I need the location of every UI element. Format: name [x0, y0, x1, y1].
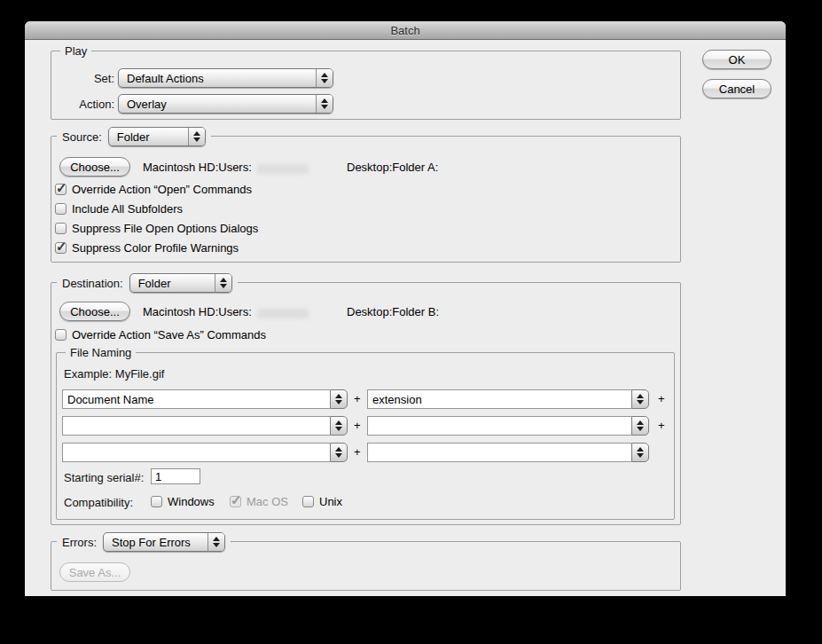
naming-field-value[interactable]: [62, 443, 330, 462]
batch-dialog: Batch OK Cancel Play Set: Default Action…: [25, 21, 786, 596]
checkbox-box: [230, 496, 241, 507]
popup-stepper-icon: [316, 95, 333, 113]
destination-popup[interactable]: Folder: [129, 273, 232, 293]
compat-macos-checkbox: Mac OS: [230, 494, 288, 508]
errors-popup-value: Stop For Errors: [104, 536, 207, 549]
plus-sign: +: [354, 392, 361, 405]
compatibility-label: Compatibility:: [64, 496, 133, 509]
checkbox-label: Suppress Color Profile Warnings: [72, 241, 239, 255]
cancel-button[interactable]: Cancel: [702, 79, 771, 98]
save-as-label: Save As...: [69, 566, 121, 579]
action-popup[interactable]: Overlay: [118, 94, 333, 114]
serial-label: Starting serial#:: [64, 471, 144, 484]
redacted-username: [257, 164, 309, 174]
destination-path-suffix: Desktop:Folder B:: [347, 305, 439, 318]
plus-sign: +: [354, 445, 361, 459]
checkbox-label: Override Action “Open” Commands: [72, 183, 252, 196]
naming-field-6[interactable]: [367, 443, 649, 462]
source-choose-label: Choose...: [70, 161, 120, 174]
override-saveas-checkbox[interactable]: Override Action “Save As” Commands: [55, 327, 266, 342]
combo-stepper-icon[interactable]: [330, 416, 348, 436]
source-popup[interactable]: Folder: [108, 127, 206, 146]
destination-group: Destination: Folder Choose... Macintosh …: [51, 282, 681, 525]
set-popup-value: Default Actions: [119, 72, 316, 85]
action-popup-value: Overlay: [119, 98, 316, 111]
naming-field-value[interactable]: [62, 416, 330, 436]
checkbox-box: [55, 329, 67, 341]
popup-stepper-icon: [207, 533, 224, 551]
naming-field-3[interactable]: [62, 416, 348, 436]
serial-input[interactable]: [151, 468, 200, 484]
play-group: Play Set: Default Actions Action: Overla…: [51, 51, 681, 120]
combo-stepper-icon[interactable]: [631, 389, 649, 409]
checkbox-label: Mac OS: [247, 495, 288, 508]
checkbox-box: [55, 242, 67, 254]
checkbox-box: [55, 223, 67, 234]
checkbox-label: Override Action “Save As” Commands: [72, 328, 266, 342]
destination-choose-button[interactable]: Choose...: [59, 302, 130, 321]
cancel-button-label: Cancel: [719, 82, 755, 96]
naming-field-value[interactable]: [367, 443, 631, 462]
naming-field-4[interactable]: [367, 416, 649, 436]
checkbox-box: [55, 203, 67, 215]
destination-choose-label: Choose...: [70, 305, 120, 318]
checkbox-label: Include All Subfolders: [72, 202, 183, 216]
redacted-username: [257, 309, 309, 318]
errors-popup[interactable]: Stop For Errors: [103, 532, 225, 552]
file-naming-group-label: File Naming: [66, 346, 136, 359]
popup-stepper-icon: [215, 274, 231, 292]
plus-sign: +: [658, 419, 665, 432]
suppress-color-warnings-checkbox[interactable]: Suppress Color Profile Warnings: [55, 240, 239, 255]
source-choose-button[interactable]: Choose...: [59, 157, 130, 177]
ok-button[interactable]: OK: [702, 50, 771, 69]
override-open-checkbox[interactable]: Override Action “Open” Commands: [55, 182, 252, 196]
suppress-open-dialogs-checkbox[interactable]: Suppress File Open Options Dialogs: [55, 221, 258, 235]
errors-group-label: Errors:: [62, 536, 97, 549]
popup-stepper-icon: [316, 69, 333, 87]
checkbox-box: [151, 496, 162, 507]
naming-field-1[interactable]: Document Name: [62, 389, 348, 409]
naming-field-5[interactable]: [62, 443, 348, 462]
compat-unix-checkbox[interactable]: Unix: [302, 494, 342, 508]
checkbox-label: Suppress File Open Options Dialogs: [72, 222, 258, 235]
file-naming-group: File Naming Example: MyFile.gif Document…: [56, 352, 675, 520]
play-group-label: Play: [60, 44, 91, 58]
combo-stepper-icon[interactable]: [330, 443, 348, 462]
set-label: Set:: [51, 72, 114, 85]
plus-sign: +: [658, 392, 665, 405]
include-subfolders-checkbox[interactable]: Include All Subfolders: [55, 201, 183, 216]
checkbox-box: [302, 496, 314, 507]
naming-field-2[interactable]: extension: [367, 389, 649, 409]
title-bar[interactable]: Batch: [25, 21, 786, 40]
combo-stepper-icon[interactable]: [631, 443, 649, 462]
compat-windows-checkbox[interactable]: Windows: [151, 494, 215, 508]
naming-field-value[interactable]: [367, 416, 631, 436]
set-popup[interactable]: Default Actions: [118, 68, 333, 88]
naming-field-value[interactable]: extension: [367, 389, 631, 409]
action-label: Action:: [51, 98, 114, 111]
window-title: Batch: [390, 24, 419, 37]
naming-field-value[interactable]: Document Name: [62, 389, 330, 409]
errors-group: Errors: Stop For Errors Save As...: [51, 541, 681, 591]
destination-popup-value: Folder: [130, 277, 215, 290]
plus-sign: +: [354, 419, 361, 432]
destination-path-prefix: Macintosh HD:Users:: [143, 305, 252, 318]
source-group: Source: Folder Choose... Macintosh HD:Us…: [51, 136, 681, 263]
combo-stepper-icon[interactable]: [330, 389, 348, 409]
destination-group-label: Destination:: [62, 277, 123, 290]
checkbox-label: Unix: [319, 495, 342, 508]
save-as-button: Save As...: [59, 562, 130, 582]
source-group-label: Source:: [62, 130, 102, 144]
example-text: Example: MyFile.gif: [64, 367, 164, 381]
source-path-prefix: Macintosh HD:Users:: [143, 161, 252, 174]
popup-stepper-icon: [188, 128, 205, 145]
source-popup-value: Folder: [109, 130, 188, 144]
source-path-suffix: Desktop:Folder A:: [347, 161, 438, 174]
combo-stepper-icon[interactable]: [631, 416, 649, 436]
checkbox-box: [55, 184, 67, 195]
checkbox-label: Windows: [168, 495, 215, 508]
ok-button-label: OK: [729, 53, 746, 67]
